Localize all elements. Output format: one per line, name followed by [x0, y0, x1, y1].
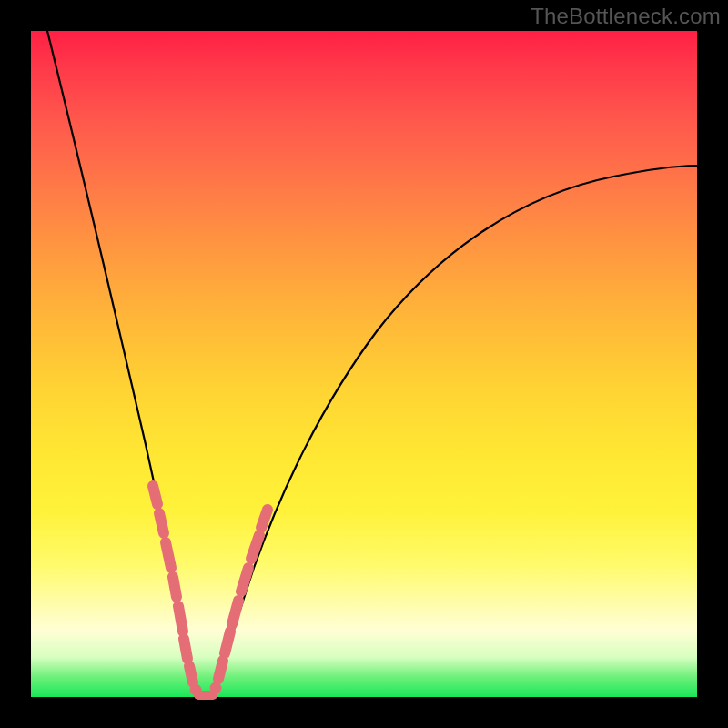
- svg-line-6: [189, 666, 193, 682]
- svg-line-10: [218, 661, 223, 679]
- plot-area: [31, 31, 697, 697]
- curve-right-branch: [213, 166, 697, 697]
- watermark-text: TheBottleneck.com: [531, 4, 721, 29]
- svg-line-0: [153, 486, 157, 504]
- svg-line-2: [166, 542, 171, 568]
- svg-line-11: [225, 632, 230, 653]
- svg-line-4: [178, 606, 183, 632]
- svg-line-12: [232, 601, 238, 624]
- bead-cluster-left: [153, 486, 201, 695]
- svg-line-1: [159, 513, 164, 533]
- svg-line-15: [261, 510, 268, 528]
- chart-frame: TheBottleneck.com: [0, 0, 728, 728]
- curve-layer: [31, 31, 697, 697]
- bead-cluster-right: [210, 510, 268, 693]
- svg-line-5: [184, 639, 187, 659]
- svg-line-13: [241, 568, 248, 592]
- svg-line-14: [251, 535, 259, 559]
- svg-line-3: [173, 577, 177, 597]
